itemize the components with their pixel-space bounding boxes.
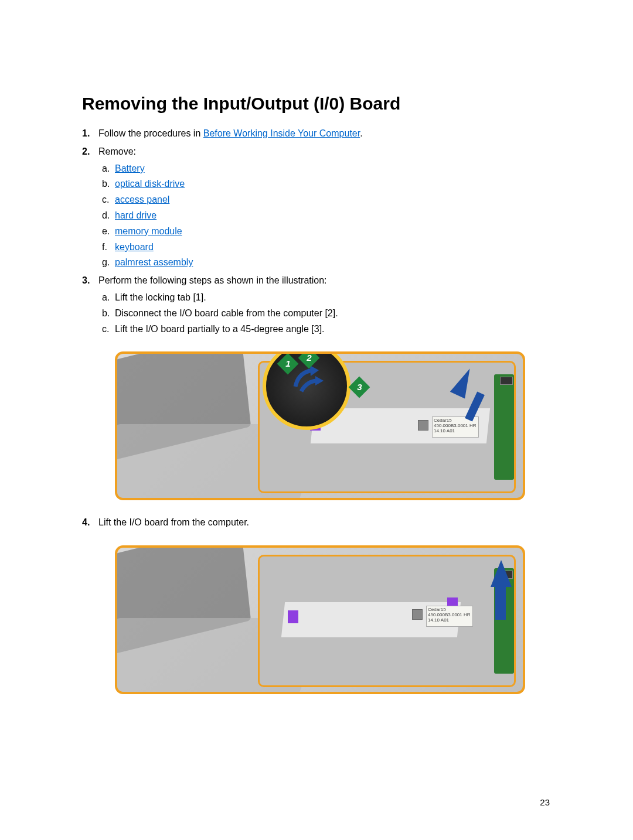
link-battery[interactable]: Battery	[115, 163, 145, 173]
step-3-sublist: Lift the locking tab [1]. Disconnect the…	[98, 291, 551, 336]
chip-icon	[418, 420, 428, 431]
badge-2-text: 2	[307, 351, 311, 365]
step-3: Perform the following steps as shown in …	[98, 274, 551, 500]
badge-1-text: 1	[285, 357, 290, 371]
badge-3-text: 3	[357, 381, 362, 394]
link-palmrest-assembly[interactable]: palmrest assembly	[115, 257, 193, 267]
step-2-sublist: Battery optical disk-drive access panel …	[98, 162, 551, 271]
illustration-1: Cedar15 450.000B3.0001 HR 14.10 A01	[115, 351, 551, 500]
step-1: Follow the procedures in Before Working …	[98, 127, 551, 141]
step-2b: optical disk-drive	[115, 177, 551, 192]
page-title: Removing the Input/Output (I/0) Board	[82, 94, 551, 114]
step-list: Follow the procedures in Before Working …	[82, 127, 551, 694]
step-2d: hard drive	[115, 209, 551, 223]
step-4-text: Lift the I/O board from the computer.	[98, 517, 249, 527]
io-board-shape	[494, 374, 514, 480]
step-4: Lift the I/O board from the computer. Ce…	[98, 515, 551, 694]
link-access-panel[interactable]: access panel	[115, 194, 169, 204]
step-3a: Lift the locking tab [1].	[115, 291, 551, 305]
link-hard-drive[interactable]: hard drive	[115, 210, 156, 220]
step-2-text: Remove:	[98, 146, 136, 156]
link-optical-disk-drive[interactable]: optical disk-drive	[115, 179, 185, 189]
step-2a: Battery	[115, 162, 551, 176]
svg-marker-0	[310, 366, 319, 376]
step-3b: Disconnect the I/O board cable from the …	[115, 306, 551, 321]
step-1-suffix: .	[360, 128, 362, 138]
step-3-text: Perform the following steps as shown in …	[98, 275, 327, 285]
step-3c: Lift the I/O board partially to a 45-deg…	[115, 322, 551, 337]
chip-icon-2	[412, 609, 423, 620]
illustration-2-frame: Cedar15 450.000B3.0001 HR 14.10 A01	[115, 545, 525, 694]
detail-panel-2: Cedar15 450.000B3.0001 HR 14.10 A01	[258, 555, 516, 687]
step-2g: palmrest assembly	[115, 255, 551, 270]
manual-page: Removing the Input/Output (I/0) Board Fo…	[0, 0, 633, 745]
step-2: Remove: Battery optical disk-drive acces…	[98, 145, 551, 270]
step-2e: memory module	[115, 224, 551, 239]
usb-port-icon	[500, 377, 513, 385]
callout-arrows	[290, 363, 325, 398]
illustration-2: Cedar15 450.000B3.0001 HR 14.10 A01	[115, 545, 551, 694]
link-memory-module[interactable]: memory module	[115, 226, 182, 236]
step-2f: keyboard	[115, 240, 551, 255]
board-label-2: Cedar15 450.000B3.0001 HR 14.10 A01	[426, 606, 473, 627]
link-before-working[interactable]: Before Working Inside Your Computer	[203, 128, 360, 138]
page-number: 23	[540, 797, 550, 807]
link-keyboard[interactable]: keyboard	[115, 242, 154, 252]
step-2c: access panel	[115, 193, 551, 207]
locking-tab-marker-2a	[288, 610, 298, 623]
svg-marker-1	[315, 376, 324, 385]
step-1-prefix: Follow the procedures in	[98, 128, 203, 138]
arrow-lift-stem	[495, 585, 506, 620]
arrow-3-head	[450, 366, 478, 399]
arrow-lift-head	[491, 560, 512, 587]
illustration-1-frame: Cedar15 450.000B3.0001 HR 14.10 A01	[115, 351, 525, 500]
